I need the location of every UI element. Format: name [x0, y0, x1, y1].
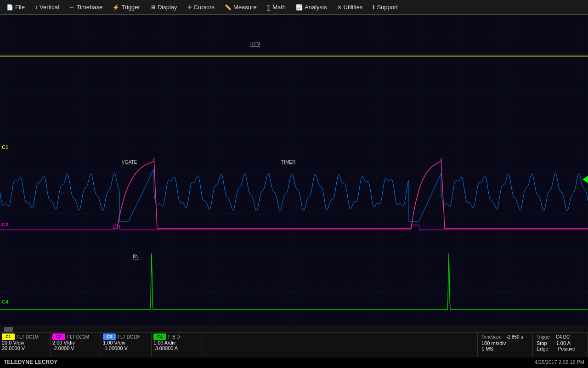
ch2-box: C2 FLT DC1M 2.00 V/div -2.0000 V — [51, 333, 101, 357]
wave-canvas — [0, 15, 588, 332]
brand-bar: TELEDYNE LECROY 4/25/2017 2:02:12 PM — [0, 357, 588, 366]
ch1-vdiv: 20.0 V/div — [2, 340, 48, 345]
menu-timebase-label: Timebase — [77, 4, 103, 11]
menu-measure[interactable]: 📏 Measure — [220, 2, 261, 12]
ch2-vdiv: 2.00 V/div — [52, 340, 99, 345]
ch1-badge: C1 — [2, 334, 15, 340]
iin-label: IIN — [133, 254, 139, 259]
menu-display[interactable]: 🖥 Display — [146, 2, 182, 12]
ch4-box: C4 F B D 1.00 A/div -3.00000 A — [152, 333, 202, 357]
ch2-label: C2 — [2, 222, 8, 227]
menu-cursors[interactable]: ✛ Cursors — [183, 2, 220, 12]
scrollbar-thumb[interactable] — [4, 327, 13, 332]
file-icon: 📄 — [6, 4, 13, 11]
measure-icon: 📏 — [225, 4, 232, 11]
menu-bar: 📄 File ↕ Vertical ↔ Timebase ⚡ Trigger 🖥… — [0, 0, 588, 15]
trigger-header: Trigger C4 DC — [537, 334, 584, 339]
ch1-coupling: FLT DC1M — [17, 334, 39, 339]
rtn-label: RTN — [250, 41, 260, 47]
menu-display-label: Display — [158, 4, 177, 11]
ch4-label: C4 — [2, 299, 8, 305]
timebase-div: 100 ms/div — [481, 340, 529, 346]
ch3-coupling: FLT DC1M — [118, 334, 140, 339]
timer-label: TIMER — [281, 160, 295, 165]
menu-math-label: Math — [272, 4, 286, 11]
menu-trigger-label: Trigger — [121, 4, 140, 11]
vgate-label: VGATE — [122, 160, 137, 165]
ch2-offset: -2.0000 V — [52, 345, 99, 351]
menu-analysis[interactable]: 📈 Analysis — [291, 2, 331, 12]
ch3-vdiv: 1.00 V/div — [103, 340, 149, 345]
cursors-icon: ✛ — [187, 4, 192, 11]
scope-scrollbar[interactable] — [0, 326, 588, 332]
ch2-badge: C2 — [52, 334, 65, 340]
trigger-arrow — [582, 176, 588, 183]
menu-file[interactable]: 📄 File — [2, 2, 29, 12]
ch2-coupling: FLT DC1M — [67, 334, 89, 339]
ch1-offset: 20.0000 V — [2, 345, 48, 351]
timebase-trigger-panel: Timebase -2.850 s 100 ms/div 1 MS Trigge… — [477, 333, 588, 357]
ch4-coupling: F B D — [168, 334, 180, 339]
trigger-ch: C4 DC — [556, 334, 570, 339]
timebase-value: -2.850 s — [506, 334, 523, 339]
timebase-sample: 1 MS — [481, 346, 529, 351]
brand-name: TELEDYNE LECROY — [4, 359, 57, 365]
timebase-header: Timebase -2.850 s — [481, 334, 529, 339]
ch4-offset: -3.00000 A — [153, 345, 200, 351]
display-icon: 🖥 — [150, 4, 156, 11]
menu-utilities[interactable]: ✕ Utilities — [333, 2, 368, 12]
trigger-icon: ⚡ — [113, 4, 119, 11]
ch3-offset: -1.00000 V — [103, 345, 149, 351]
analysis-icon: 📈 — [296, 4, 303, 11]
menu-timebase[interactable]: ↔ Timebase — [65, 2, 107, 12]
menu-utilities-label: Utilities — [344, 4, 363, 11]
ch4-badge: C4 — [153, 334, 166, 340]
menu-trigger[interactable]: ⚡ Trigger — [108, 2, 145, 12]
trigger-pol: Positive — [558, 346, 576, 351]
ch1-box: C1 FLT DC1M 20.0 V/div 20.0000 V — [0, 333, 51, 357]
menu-vertical-label: Vertical — [40, 4, 59, 11]
menu-cursors-label: Cursors — [194, 4, 215, 11]
ch3-badge: C3 — [103, 334, 116, 340]
menu-measure-label: Measure — [233, 4, 257, 11]
scope-display: C1 C2 C4 RTN VGATE TIMER IIN — [0, 15, 588, 332]
ch3-box: C3 FLT DC1M 1.00 V/div -1.00000 V — [101, 333, 152, 357]
ch1-label: C1 — [2, 144, 8, 150]
trigger-edge: Edge — [537, 346, 548, 351]
trigger-box: Trigger C4 DC Stop 1.00 A Edge Positive — [533, 333, 588, 357]
timestamp: 4/25/2017 2:02:12 PM — [535, 359, 584, 365]
menu-file-label: File — [15, 4, 25, 11]
math-icon: ∑ — [267, 4, 271, 11]
menu-support[interactable]: ℹ Support — [368, 2, 402, 12]
timebase-box: Timebase -2.850 s 100 ms/div 1 MS — [478, 333, 533, 357]
menu-vertical[interactable]: ↕ Vertical — [30, 2, 64, 12]
trigger-val: 1.00 A — [556, 340, 571, 346]
menu-analysis-label: Analysis — [305, 4, 327, 11]
utilities-icon: ✕ — [337, 4, 342, 11]
vertical-icon: ↕ — [35, 4, 38, 11]
support-icon: ℹ — [373, 4, 375, 11]
menu-support-label: Support — [377, 4, 398, 11]
trigger-stop: Stop — [537, 340, 547, 346]
status-bar: C1 FLT DC1M 20.0 V/div 20.0000 V C2 FLT … — [0, 332, 588, 357]
timebase-icon: ↔ — [69, 4, 75, 11]
menu-math[interactable]: ∑ Math — [262, 2, 290, 12]
ch4-vdiv: 1.00 A/div — [153, 340, 200, 345]
